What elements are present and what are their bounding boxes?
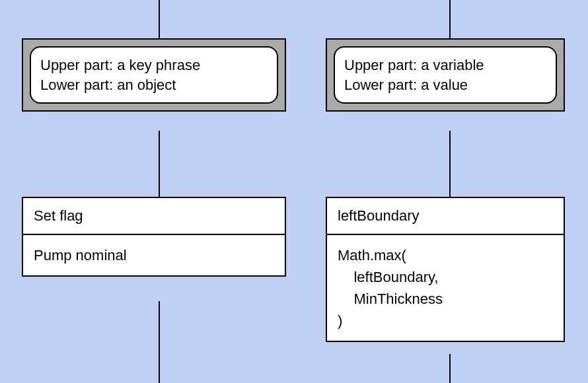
example-left-lower: Pump nominal xyxy=(23,235,285,275)
definition-panel-left: Upper part: a key phrase Lower part: an … xyxy=(22,38,286,112)
example-right-lower: Math.max( leftBoundary, MinThickness ) xyxy=(327,235,564,341)
definition-panel-right-inner: Upper part: a variable Lower part: a val… xyxy=(334,46,557,104)
connector-left-top xyxy=(159,0,160,38)
connector-right-top xyxy=(449,0,451,38)
connector-right-mid xyxy=(449,131,451,197)
example-left-upper: Set flag xyxy=(23,198,285,235)
definition-panel-left-inner: Upper part: a key phrase Lower part: an … xyxy=(30,46,278,104)
example-block-right: leftBoundary Math.max( leftBoundary, Min… xyxy=(326,197,565,342)
example-right-upper: leftBoundary xyxy=(327,198,564,235)
definition-panel-right: Upper part: a variable Lower part: a val… xyxy=(326,38,565,112)
connector-left-mid xyxy=(159,131,160,197)
connector-right-bot xyxy=(449,354,451,383)
example-block-left: Set flag Pump nominal xyxy=(22,197,286,277)
definition-right-line2: Lower part: a value xyxy=(344,75,546,95)
definition-left-line2: Lower part: an object xyxy=(40,75,268,95)
connector-left-bot xyxy=(159,301,160,383)
definition-right-line1: Upper part: a variable xyxy=(344,55,546,75)
definition-left-line1: Upper part: a key phrase xyxy=(40,55,268,75)
